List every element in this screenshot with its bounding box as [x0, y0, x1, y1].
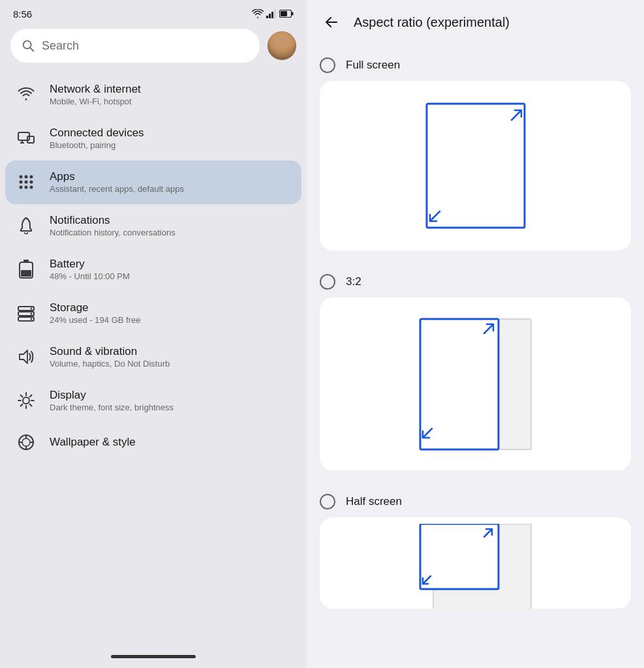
battery-icon: [16, 259, 37, 280]
settings-item-storage[interactable]: Storage 24% used - 194 GB free: [5, 292, 301, 335]
half-radio[interactable]: [320, 494, 335, 509]
fullscreen-radio[interactable]: [320, 57, 335, 73]
home-indicator: [111, 655, 196, 658]
svg-rect-51: [420, 319, 498, 449]
bell-icon: [16, 215, 37, 236]
right-panel: Aspect ratio (experimental) Full screen: [307, 0, 644, 668]
svg-point-15: [30, 175, 33, 179]
svg-point-30: [31, 318, 33, 320]
settings-item-sound[interactable]: Sound & vibration Volume, haptics, Do No…: [5, 335, 301, 379]
devices-icon: [16, 128, 37, 149]
notifications-title: Notifications: [50, 213, 176, 228]
status-icons: [252, 9, 294, 18]
half-header[interactable]: Half screen: [320, 486, 631, 517]
svg-point-28: [31, 308, 33, 310]
svg-rect-2: [271, 12, 273, 18]
signal-icon: [266, 9, 277, 18]
apps-text: Apps Assistant, recent apps, default app…: [50, 170, 184, 195]
network-text: Network & internet Mobile, Wi-Fi, hotspo…: [50, 82, 141, 108]
settings-item-apps[interactable]: Apps Assistant, recent apps, default app…: [5, 160, 301, 204]
status-bar: 8:56: [0, 0, 307, 23]
fullscreen-header[interactable]: Full screen: [320, 50, 631, 81]
connected-title: Connected devices: [50, 126, 144, 140]
svg-rect-1: [269, 14, 271, 18]
right-header: Aspect ratio (experimental): [307, 0, 644, 44]
back-button[interactable]: [320, 10, 343, 34]
fullscreen-diagram: [423, 100, 528, 231]
half-preview: [320, 517, 631, 609]
settings-item-display[interactable]: Display Dark theme, font size, brightnes…: [5, 379, 301, 423]
right-content: Full screen: [307, 44, 644, 668]
ratio32-label: 3:2: [346, 275, 361, 288]
settings-list: Network & internet Mobile, Wi-Fi, hotspo…: [0, 73, 307, 650]
svg-point-17: [25, 181, 28, 184]
half-label: Half screen: [346, 495, 402, 508]
connected-subtitle: Bluetooth, pairing: [50, 140, 144, 151]
search-icon: [21, 38, 35, 53]
svg-point-19: [20, 186, 23, 189]
ratio32-preview: [320, 297, 631, 470]
svg-rect-6: [281, 11, 287, 16]
settings-item-notifications[interactable]: Notifications Notification history, conv…: [5, 204, 301, 248]
svg-point-32: [23, 397, 29, 404]
sound-icon: [16, 346, 37, 367]
storage-subtitle: 24% used - 194 GB free: [50, 315, 140, 326]
svg-point-13: [20, 175, 23, 179]
svg-rect-24: [21, 270, 31, 277]
notifications-text: Notifications Notification history, conv…: [50, 213, 176, 239]
network-subtitle: Mobile, Wi-Fi, hotspot: [50, 97, 141, 108]
svg-line-40: [30, 395, 32, 397]
svg-point-21: [30, 186, 33, 189]
apps-icon: [16, 172, 37, 192]
svg-point-14: [25, 175, 28, 179]
storage-title: Storage: [50, 301, 140, 315]
svg-rect-0: [266, 16, 268, 18]
ratio-option-half: Half screen: [320, 486, 631, 619]
settings-item-network[interactable]: Network & internet Mobile, Wi-Fi, hotspo…: [5, 73, 301, 117]
search-row: Search: [0, 23, 307, 73]
svg-line-38: [30, 404, 32, 406]
notifications-subtitle: Notification history, conversations: [50, 228, 176, 239]
network-title: Network & internet: [50, 82, 141, 97]
ratio-option-32: 3:2: [320, 266, 631, 481]
search-bar[interactable]: Search: [10, 29, 260, 63]
sound-text: Sound & vibration Volume, haptics, Do No…: [50, 344, 170, 370]
storage-icon: [16, 303, 37, 324]
battery-status-icon: [279, 10, 294, 18]
avatar-image: [268, 31, 296, 60]
battery-subtitle: 48% - Until 10:00 PM: [50, 271, 130, 282]
svg-point-42: [22, 438, 30, 446]
svg-rect-5: [292, 12, 294, 16]
half-diagram: [414, 524, 538, 609]
svg-point-16: [20, 181, 23, 184]
battery-title: Battery: [50, 257, 130, 271]
right-panel-title: Aspect ratio (experimental): [354, 15, 510, 30]
ratio-option-fullscreen: Full screen: [320, 50, 631, 261]
ratio32-header[interactable]: 3:2: [320, 266, 631, 297]
sound-subtitle: Volume, haptics, Do Not Disturb: [50, 359, 170, 370]
svg-point-18: [30, 181, 33, 184]
apps-subtitle: Assistant, recent apps, default apps: [50, 184, 184, 195]
storage-text: Storage 24% used - 194 GB free: [50, 301, 140, 326]
wallpaper-icon: [16, 432, 37, 453]
svg-rect-3: [274, 9, 276, 18]
settings-item-battery[interactable]: Battery 48% - Until 10:00 PM: [5, 248, 301, 292]
battery-text: Battery 48% - Until 10:00 PM: [50, 257, 130, 282]
ratio32-diagram: [414, 312, 538, 456]
wifi-status-icon: [252, 9, 264, 18]
display-icon: [16, 390, 37, 411]
apps-title: Apps: [50, 170, 184, 184]
avatar[interactable]: [268, 31, 296, 60]
status-time: 8:56: [13, 8, 32, 20]
network-icon: [16, 84, 37, 105]
display-title: Display: [50, 388, 174, 402]
svg-point-29: [31, 313, 33, 315]
settings-item-connected[interactable]: Connected devices Bluetooth, pairing: [5, 117, 301, 160]
svg-line-39: [21, 404, 23, 406]
connected-text: Connected devices Bluetooth, pairing: [50, 126, 144, 151]
ratio32-radio[interactable]: [320, 274, 335, 290]
svg-point-20: [25, 186, 28, 189]
display-subtitle: Dark theme, font size, brightness: [50, 402, 174, 414]
svg-line-8: [30, 48, 33, 51]
settings-item-wallpaper[interactable]: Wallpaper & style: [5, 423, 301, 462]
